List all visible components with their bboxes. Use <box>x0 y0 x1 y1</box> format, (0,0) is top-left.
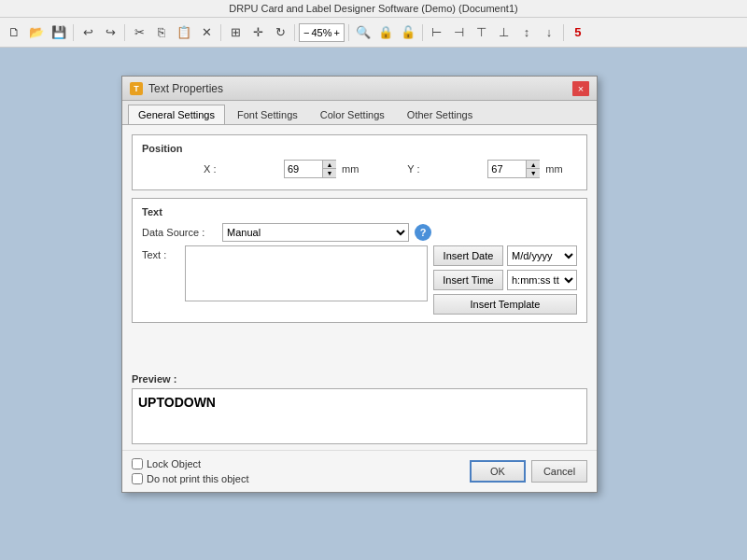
x-spinbox[interactable]: ▲ ▼ <box>284 160 336 178</box>
zoom-control: − 45% + <box>299 23 345 42</box>
align-center-h-button[interactable]: ⊣ <box>449 22 470 43</box>
y-spin-up[interactable]: ▲ <box>527 161 540 169</box>
insert-date-row: Insert Date M/d/yyyy MM/dd/yyyy dd/MM/yy… <box>433 245 577 266</box>
open-button[interactable]: 📂 <box>26 22 47 43</box>
preview-label: Preview : <box>132 373 587 385</box>
datasource-select[interactable]: Manual Database Counter <box>222 223 409 242</box>
align-middle-button[interactable]: ↕ <box>516 22 537 43</box>
redo-button[interactable]: ↪ <box>100 22 120 43</box>
paste-button[interactable]: 📋 <box>174 22 194 43</box>
dialog-footer: Lock Object Do not print this object OK … <box>122 450 597 492</box>
dialog-title-text: Text Properties <box>148 82 223 95</box>
zoom-plus-icon[interactable]: + <box>333 27 339 38</box>
y-label: Y : <box>407 163 482 175</box>
sep2 <box>124 24 125 41</box>
textarea-wrapper <box>185 245 428 304</box>
y-spinbox[interactable]: ▲ ▼ <box>487 160 540 178</box>
lock-object-label: Lock Object <box>147 458 201 469</box>
tab-general[interactable]: General Settings <box>128 105 225 124</box>
align-right-button[interactable]: ⊤ <box>472 22 492 43</box>
align-left-button[interactable]: ⊢ <box>427 22 447 43</box>
insert-time-button[interactable]: Insert Time <box>433 270 503 290</box>
date-format-select[interactable]: M/d/yyyy MM/dd/yyyy dd/MM/yyyy <box>507 245 577 266</box>
insert-time-row: Insert Time h:mm:ss tt HH:mm:ss <box>433 270 577 290</box>
text-field-label: Text : <box>142 245 179 260</box>
dialog-titlebar: T Text Properties × <box>122 77 597 101</box>
x-spin-down[interactable]: ▼ <box>323 169 336 177</box>
zoom-minus-icon[interactable]: − <box>303 27 309 38</box>
undo-button[interactable]: ↩ <box>78 22 98 43</box>
number-button[interactable]: 5 <box>568 22 588 43</box>
new-button[interactable]: 🗋 <box>4 22 24 43</box>
sep6 <box>422 24 423 41</box>
no-print-checkbox[interactable] <box>132 473 143 484</box>
save-button[interactable]: 💾 <box>49 22 69 43</box>
spacer <box>132 330 587 358</box>
delete-button[interactable]: ✕ <box>196 22 217 43</box>
x-label: X : <box>204 163 278 175</box>
lock-object-checkbox[interactable] <box>132 458 143 469</box>
rotate-button[interactable]: ↻ <box>270 22 290 43</box>
x-input[interactable] <box>285 161 322 177</box>
sep4 <box>294 24 295 41</box>
align-top-button[interactable]: ⊥ <box>494 22 514 43</box>
tab-font[interactable]: Font Settings <box>227 105 308 124</box>
dialog-content: Position X : ▲ ▼ mm Y : <box>122 125 597 368</box>
canvas-area: T Text Properties × General Settings Fon… <box>0 48 747 560</box>
lock-object-row[interactable]: Lock Object <box>132 458 462 469</box>
preview-box: UPTODOWN <box>132 388 587 444</box>
preview-section: Preview : UPTODOWN <box>122 368 597 450</box>
y-spin-down[interactable]: ▼ <box>527 169 540 177</box>
insert-template-button[interactable]: Insert Template <box>433 294 577 315</box>
text-section: Text Data Source : Manual Database Count… <box>132 198 587 323</box>
position-row: X : ▲ ▼ mm Y : ▲ <box>142 160 577 178</box>
dialog-icon: T <box>130 82 143 95</box>
dialog-title-group: T Text Properties <box>130 82 223 95</box>
checkbox-group: Lock Object Do not print this object <box>132 458 462 484</box>
tab-color[interactable]: Color Settings <box>310 105 395 124</box>
dialog-tabs: General Settings Font Settings Color Set… <box>122 101 597 125</box>
sep3 <box>220 24 221 41</box>
app-title: DRPU Card and Label Designer Software (D… <box>229 3 517 14</box>
x-spin-up[interactable]: ▲ <box>323 161 336 169</box>
help-icon[interactable]: ? <box>415 224 431 241</box>
ok-button[interactable]: OK <box>470 460 526 483</box>
lock-toolbar-button[interactable]: 🔒 <box>375 22 396 43</box>
copy-button[interactable]: ⎘ <box>151 22 172 43</box>
sep1 <box>73 24 74 41</box>
datasource-row: Data Source : Manual Database Counter ? <box>142 223 577 242</box>
text-textarea[interactable] <box>185 245 428 301</box>
align-bottom-button[interactable]: ↓ <box>539 22 559 43</box>
no-print-label: Do not print this object <box>147 473 248 484</box>
grid-button[interactable]: ⊞ <box>225 22 246 43</box>
insert-template-row: Insert Template <box>433 294 577 315</box>
datasource-label: Data Source : <box>142 227 217 238</box>
y-input[interactable] <box>488 161 526 177</box>
insert-date-button[interactable]: Insert Date <box>433 245 503 266</box>
unlock-button[interactable]: 🔓 <box>398 22 418 43</box>
move-button[interactable]: ✛ <box>247 22 268 43</box>
cancel-button[interactable]: Cancel <box>531 460 587 483</box>
insert-buttons: Insert Date M/d/yyyy MM/dd/yyyy dd/MM/yy… <box>433 245 577 315</box>
text-properties-dialog: T Text Properties × General Settings Fon… <box>121 76 598 493</box>
text-section-label: Text <box>142 206 577 217</box>
text-area-row: Text : Insert Date M/d/yyyy MM/dd/yyyy d… <box>142 245 577 315</box>
title-bar: DRPU Card and Label Designer Software (D… <box>0 0 747 18</box>
sep5 <box>348 24 349 41</box>
toolbar: 🗋 📂 💾 ↩ ↪ ✂ ⎘ 📋 ✕ ⊞ ✛ ↻ − 45% + 🔍 🔒 🔓 ⊢ … <box>0 18 747 48</box>
dialog-close-button[interactable]: × <box>572 81 589 96</box>
y-unit: mm <box>545 163 562 175</box>
zoom-in-button[interactable]: 🔍 <box>353 22 374 43</box>
time-format-select[interactable]: h:mm:ss tt HH:mm:ss <box>507 270 577 290</box>
sep7 <box>563 24 564 41</box>
y-spin-buttons: ▲ ▼ <box>526 161 539 177</box>
x-unit: mm <box>342 163 359 175</box>
zoom-value: 45% <box>311 27 331 38</box>
cut-button[interactable]: ✂ <box>129 22 149 43</box>
tab-other[interactable]: Other Settings <box>397 105 483 124</box>
footer-buttons: OK Cancel <box>470 460 587 483</box>
x-spin-buttons: ▲ ▼ <box>322 161 335 177</box>
no-print-row[interactable]: Do not print this object <box>132 473 462 484</box>
position-section: Position X : ▲ ▼ mm Y : <box>132 134 587 190</box>
position-label: Position <box>142 143 577 154</box>
